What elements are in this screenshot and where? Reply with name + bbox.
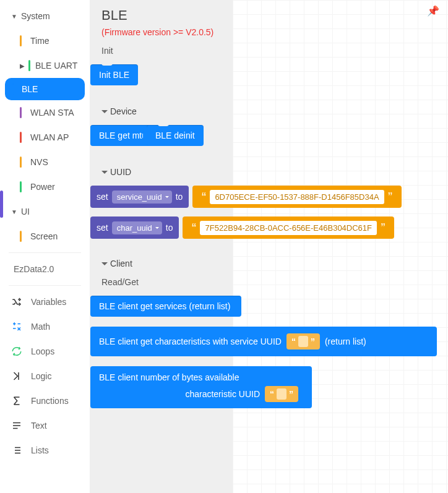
sidebar-item-label: Screen bbox=[30, 231, 58, 241]
string-value[interactable]: 7F522B94-28CB-0ACC-656E-E46B304DC61F bbox=[200, 221, 377, 235]
block-deinit[interactable]: BLE deinit bbox=[147, 125, 204, 146]
loop-icon bbox=[11, 346, 22, 357]
sidebar-group[interactable]: ▼System bbox=[0, 4, 90, 28]
sidebar-item-time[interactable]: Time bbox=[0, 28, 90, 53]
sigma-icon bbox=[11, 395, 22, 406]
divider bbox=[9, 252, 81, 253]
uuid-slot[interactable]: “” bbox=[265, 386, 298, 402]
section-init: Init bbox=[101, 46, 437, 56]
panel-title: BLE bbox=[101, 7, 437, 24]
util-label: Functions bbox=[31, 396, 69, 406]
shuffle-icon bbox=[11, 296, 22, 307]
field-service-uuid[interactable]: service_uuid bbox=[112, 191, 172, 204]
block-set-service-uuid[interactable]: set service_uuid to bbox=[90, 186, 189, 208]
sidebar-util-functions[interactable]: Functions bbox=[0, 388, 90, 413]
util-label: Variables bbox=[31, 297, 66, 307]
block-string-service[interactable]: “ 6D705ECE-EF50-1537-888F-D1456F85D34A ” bbox=[192, 186, 401, 208]
util-label: Loops bbox=[31, 346, 54, 356]
pin-icon[interactable]: 📌 bbox=[427, 5, 439, 17]
block-set-char-uuid[interactable]: set char_uuid to bbox=[90, 216, 179, 239]
sidebar-item-ble-uart[interactable]: ▶BLE UART bbox=[0, 53, 90, 78]
sidebar-item-label: WLAN STA bbox=[30, 108, 74, 118]
sidebar-item-screen[interactable]: Screen bbox=[0, 224, 90, 249]
sidebar-util-logic[interactable]: Logic bbox=[0, 364, 90, 388]
quote-icon: “ bbox=[199, 191, 209, 202]
sidebar-util-variables[interactable]: Variables bbox=[0, 289, 90, 314]
divider bbox=[9, 285, 81, 286]
color-bar bbox=[20, 156, 22, 168]
util-label: Math bbox=[31, 322, 50, 332]
sidebar-item-label: NVS bbox=[30, 157, 48, 167]
sidebar-util-math[interactable]: Math bbox=[0, 314, 90, 339]
block-panel: 📌 BLE (Firmware version >= V2.0.5) Init … bbox=[90, 0, 448, 493]
sidebar-item-ezdata[interactable]: EzData2.0 bbox=[0, 257, 90, 281]
section-uuid[interactable]: UUID bbox=[101, 167, 437, 177]
section-device[interactable]: Device bbox=[101, 106, 437, 116]
group-label: System bbox=[21, 11, 50, 21]
sidebar: ▼SystemTime▶BLE UARTBLEWLAN STAWLAN APNV… bbox=[0, 0, 90, 493]
group-label: UI bbox=[21, 207, 30, 216]
sidebar-item-label: BLE UART bbox=[35, 61, 77, 71]
section-client[interactable]: Client bbox=[101, 259, 437, 268]
sidebar-item-label: WLAN AP bbox=[30, 132, 69, 142]
color-bar bbox=[28, 60, 30, 71]
quote-icon: ” bbox=[386, 191, 395, 202]
string-value[interactable]: 6D705ECE-EF50-1537-888F-D1456F85D34A bbox=[210, 190, 384, 204]
text-icon bbox=[11, 420, 22, 431]
list-icon bbox=[11, 445, 22, 456]
sidebar-util-loops[interactable]: Loops bbox=[0, 339, 90, 364]
sidebar-util-lists[interactable]: Lists bbox=[0, 438, 90, 463]
color-bar bbox=[20, 35, 22, 46]
sidebar-util-text[interactable]: Text bbox=[0, 413, 90, 438]
block-client-get-services[interactable]: BLE client get services (return list) bbox=[90, 296, 241, 317]
util-label: Lists bbox=[31, 445, 49, 455]
arrow-icon: ▶ bbox=[20, 62, 25, 69]
sidebar-item-power[interactable]: Power bbox=[0, 174, 90, 199]
sidebar-item-label: Power bbox=[30, 182, 55, 192]
sidebar-item-ble[interactable]: BLE bbox=[5, 78, 85, 100]
sidebar-group[interactable]: ▼UI bbox=[0, 199, 90, 224]
caret-icon: ▼ bbox=[11, 208, 17, 215]
logic-icon bbox=[11, 371, 22, 382]
sidebar-item-label: EzData2.0 bbox=[14, 264, 54, 274]
color-bar bbox=[20, 231, 22, 242]
block-client-bytes-available[interactable]: BLE client number of bytes available cha… bbox=[90, 366, 312, 408]
sidebar-item-wlan-ap[interactable]: WLAN AP bbox=[0, 125, 90, 150]
quote-icon: ” bbox=[378, 222, 388, 233]
uuid-slot[interactable]: “” bbox=[286, 333, 320, 349]
label-readget: Read/Get bbox=[101, 277, 437, 287]
color-bar bbox=[20, 132, 22, 143]
firmware-note: (Firmware version >= V2.0.5) bbox=[101, 27, 437, 37]
util-label: Logic bbox=[31, 371, 51, 381]
util-label: Text bbox=[31, 421, 47, 431]
block-string-char[interactable]: “ 7F522B94-28CB-0ACC-656E-E46B304DC61F ” bbox=[183, 216, 394, 239]
color-bar bbox=[20, 181, 22, 192]
sidebar-item-wlan-sta[interactable]: WLAN STA bbox=[0, 100, 90, 125]
caret-icon: ▼ bbox=[11, 13, 17, 20]
sidebar-item-label: BLE bbox=[22, 84, 38, 94]
quote-icon: “ bbox=[189, 222, 199, 233]
math-icon bbox=[11, 321, 22, 332]
color-bar bbox=[20, 107, 22, 118]
sidebar-item-label: Time bbox=[30, 36, 50, 46]
color-bar bbox=[12, 84, 14, 95]
block-init-ble[interactable]: Init BLE bbox=[90, 64, 138, 85]
sidebar-item-nvs[interactable]: NVS bbox=[0, 150, 90, 174]
field-char-uuid[interactable]: char_uuid bbox=[112, 221, 162, 234]
block-client-get-characteristics[interactable]: BLE client get characteristics with serv… bbox=[90, 327, 437, 356]
